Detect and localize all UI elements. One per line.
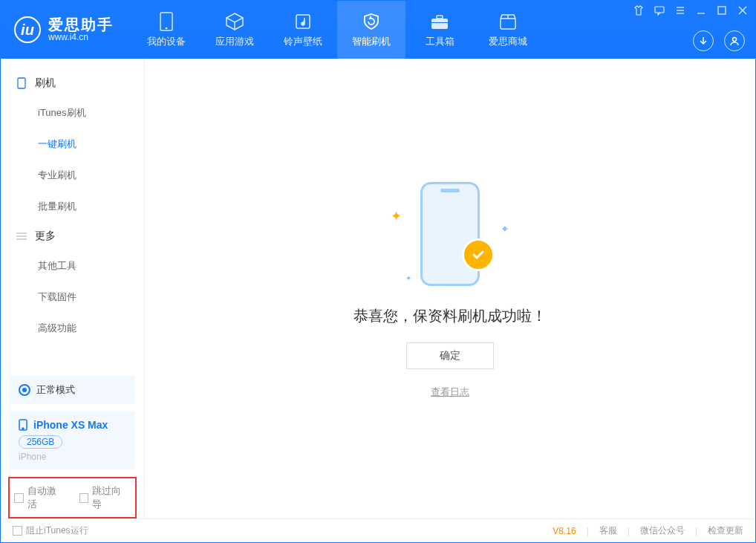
tab-label: 铃声壁纸 [284,35,322,48]
mode-icon [19,384,30,396]
list-icon [16,230,27,242]
sidebar-group-more: 更多 [1,222,144,250]
tab-ringtone-wallpaper[interactable]: 铃声壁纸 [269,1,337,59]
sidebar-item-oneclick-flash[interactable]: 一键刷机 [1,129,144,160]
sidebar-item-batch-flash[interactable]: 批量刷机 [1,191,144,222]
app-url: www.i4.cn [48,32,114,42]
device-type: iPhone [19,452,126,462]
group-title-label: 更多 [35,230,56,243]
sparkle-icon: ✦ [391,208,402,224]
user-button[interactable] [724,30,745,51]
shirt-icon[interactable] [633,5,644,16]
svg-point-15 [733,38,737,42]
app-name: 爱思助手 [48,17,114,32]
status-bar: 阻止iTunes运行 V8.16 | 客服 | 微信公众号 | 检查更新 [1,518,755,542]
minimize-button[interactable] [696,5,706,16]
tab-store[interactable]: 爱思商城 [474,1,542,59]
tab-apps-games[interactable]: 应用游戏 [201,1,269,59]
window-controls [633,5,748,16]
version-label: V8.16 [553,526,576,536]
checkbox-skip-guide[interactable]: 跳过向导 [79,484,131,511]
svg-point-21 [22,428,24,429]
maximize-button[interactable] [717,5,727,16]
svg-rect-2 [296,15,310,28]
svg-rect-5 [431,22,448,23]
tab-label: 智能刷机 [352,35,391,48]
refresh-shield-icon [362,12,381,31]
sidebar-item-advanced[interactable]: 高级功能 [1,313,144,344]
success-message: 恭喜您，保资料刷机成功啦！ [353,306,547,326]
svg-rect-7 [655,7,664,13]
view-log-link[interactable]: 查看日志 [431,386,469,399]
mode-box[interactable]: 正常模式 [10,376,135,404]
sidebar: 刷机 iTunes刷机 一键刷机 专业刷机 批量刷机 更多 其他工具 下载固件 … [1,59,145,518]
app-header: iu 爱思助手 www.i4.cn 我的设备 应用游戏 铃声壁纸 智能刷机 [1,1,755,59]
svg-rect-4 [437,16,443,19]
checkbox-block-itunes[interactable]: 阻止iTunes运行 [13,524,88,537]
tab-label: 应用游戏 [215,35,254,48]
cube-icon [225,12,244,31]
mode-label: 正常模式 [36,383,75,397]
svg-point-1 [166,27,168,29]
sidebar-item-download-firmware[interactable]: 下载固件 [1,282,144,313]
device-capacity: 256GB [19,435,62,449]
footer-link-support[interactable]: 客服 [599,524,617,537]
toolbox-icon [430,12,449,31]
svg-rect-16 [18,78,25,88]
download-button[interactable] [693,30,714,51]
device-name: iPhone XS Max [33,419,108,431]
check-badge-icon [462,238,495,271]
close-button[interactable] [737,5,748,16]
sidebar-item-other-tools[interactable]: 其他工具 [1,250,144,282]
logo-icon: iu [14,16,41,43]
phone-illustration-icon [420,182,480,286]
music-note-icon [293,12,313,31]
phone-icon [157,12,176,31]
svg-rect-3 [431,19,448,29]
menu-icon[interactable] [675,5,685,16]
footer-link-update[interactable]: 检查更新 [708,524,743,537]
feedback-icon[interactable] [654,5,665,16]
sidebar-item-pro-flash[interactable]: 专业刷机 [1,160,144,191]
flash-options: 自动激活 跳过向导 [8,477,137,518]
success-graphic: ✦ ✦ ✦ [391,178,509,290]
device-phone-icon [19,419,27,431]
svg-rect-12 [718,7,726,14]
footer-link-wechat[interactable]: 微信公众号 [640,524,685,537]
phone-outline-icon [16,77,27,89]
tab-label: 工具箱 [426,35,454,48]
tab-label: 爱思商城 [489,35,527,48]
main-tabs: 我的设备 应用游戏 铃声壁纸 智能刷机 工具箱 爱思商城 [132,1,542,59]
sidebar-group-flash: 刷机 [1,69,144,97]
tab-smart-flash[interactable]: 智能刷机 [337,1,405,59]
tab-toolbox[interactable]: 工具箱 [405,1,474,59]
svg-rect-6 [501,19,515,29]
sparkle-icon: ✦ [405,274,411,282]
checkbox-auto-activate[interactable]: 自动激活 [14,484,66,511]
tab-label: 我的设备 [147,35,186,48]
sidebar-item-itunes-flash[interactable]: iTunes刷机 [1,97,144,129]
logo: iu 爱思助手 www.i4.cn [14,1,114,59]
device-box[interactable]: iPhone XS Max 256GB iPhone [10,412,135,469]
main-content: ✦ ✦ ✦ 恭喜您，保资料刷机成功啦！ 确定 查看日志 [145,59,755,518]
ok-button[interactable]: 确定 [406,342,494,369]
tab-my-device[interactable]: 我的设备 [132,1,201,59]
group-title-label: 刷机 [35,77,56,90]
store-icon [498,12,518,31]
sparkle-icon: ✦ [501,223,509,235]
